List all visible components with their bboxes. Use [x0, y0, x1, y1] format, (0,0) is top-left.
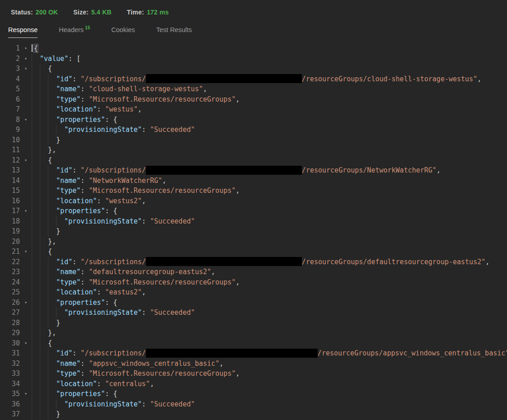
code-line-content: "name": "defaultresourcegroup-eastus2", [32, 267, 215, 277]
code-token: : [142, 400, 150, 408]
code-line[interactable]: 12▾{ [0, 155, 507, 166]
line-number: 12 [0, 155, 20, 166]
fold-arrow-icon[interactable]: ▾ [20, 115, 32, 125]
code-line[interactable]: 30▾{ [0, 338, 507, 349]
code-line[interactable]: 19} [0, 226, 507, 237]
code-line[interactable]: 18"provisioningState": "Succeeded" [0, 216, 507, 227]
indent-guides [32, 216, 64, 227]
code-line-content: "location": "westus", [32, 104, 142, 115]
code-line[interactable]: 13"id": "/subscriptions//resourceGroups/… [0, 165, 507, 176]
code-line[interactable]: 36"provisioningState": "Succeeded" [0, 399, 507, 410]
code-line[interactable]: 27"provisioningState": "Succeeded" [0, 308, 507, 318]
indent-guides [32, 186, 56, 196]
line-number: 29 [0, 328, 20, 338]
code-line[interactable]: 31"id": "/subscriptions//resourceGroups/… [0, 348, 507, 359]
code-token: "type" [56, 187, 80, 195]
code-line[interactable]: 9"provisioningState": "Succeeded" [0, 125, 507, 135]
code-token: "properties" [56, 390, 105, 398]
code-token: "type" [56, 369, 80, 378]
code-line[interactable]: 21▾{ [0, 247, 507, 257]
code-token: "/subscriptions/ [80, 349, 146, 357]
tab-test-results[interactable]: Test Results [156, 26, 192, 38]
code-token: , [150, 380, 154, 388]
code-token: }, [48, 146, 56, 154]
line-number: 3 [0, 64, 20, 74]
code-token: : { [105, 207, 117, 215]
code-token: : [80, 359, 89, 368]
fold-arrow-icon[interactable]: ▾ [20, 54, 32, 64]
code-line[interactable]: 20}, [0, 237, 507, 247]
code-line-content: "properties": { [32, 115, 117, 125]
fold-arrow-icon[interactable]: ▾ [20, 64, 32, 74]
code-token: : [72, 75, 80, 83]
code-line[interactable]: 17▾"properties": { [0, 206, 507, 216]
code-line-content: } [32, 318, 60, 328]
code-token: "cloud-shell-storage-westus" [89, 85, 203, 93]
code-line-content: { [32, 64, 52, 74]
code-line[interactable]: 35▾"properties": { [0, 389, 507, 399]
code-token: : { [105, 116, 117, 124]
code-line[interactable]: 4"id": "/subscriptions//resourceGroups/c… [0, 74, 507, 84]
code-line[interactable]: 3▾{ [0, 64, 507, 74]
code-line[interactable]: 26▾"properties": { [0, 298, 507, 308]
code-line[interactable]: 29}, [0, 328, 507, 338]
code-line[interactable]: 23"name": "defaultresourcegroup-eastus2"… [0, 267, 507, 277]
code-token: , [477, 75, 481, 83]
code-line[interactable]: 15"type": "Microsoft.Resources/resourceG… [0, 186, 507, 196]
tab-headers[interactable]: Headers15 [59, 25, 90, 38]
fold-arrow-icon[interactable]: ▾ [20, 389, 32, 399]
code-line-content: "properties": { [32, 389, 117, 399]
fold-arrow-icon[interactable]: ▾ [20, 298, 32, 308]
fold-arrow-icon[interactable]: ▾ [20, 155, 32, 166]
code-line[interactable]: 14"name": "NetworkWatcherRG", [0, 176, 507, 186]
code-line[interactable]: 16"location": "westus2", [0, 196, 507, 206]
code-line[interactable]: 5"name": "cloud-shell-storage-westus", [0, 84, 507, 94]
fold-gutter [20, 287, 32, 298]
code-token: { [48, 65, 52, 73]
code-line[interactable]: 6"type": "Microsoft.Resources/resourceGr… [0, 94, 507, 105]
line-number: 9 [0, 125, 20, 135]
code-line[interactable]: 11}, [0, 145, 507, 155]
code-line[interactable]: 34"location": "centralus", [0, 379, 507, 389]
tab-cookies[interactable]: Cookies [111, 26, 135, 38]
code-line[interactable]: 10} [0, 135, 507, 145]
line-number: 32 [0, 359, 20, 369]
fold-arrow-icon[interactable]: ▾ [20, 338, 32, 349]
code-token: : [97, 197, 105, 205]
code-line[interactable]: 8▾"properties": { [0, 115, 507, 125]
fold-gutter [20, 257, 32, 267]
fold-arrow-icon[interactable]: ▾ [20, 43, 32, 54]
code-line[interactable]: 1▾{ [0, 43, 507, 54]
code-line[interactable]: 32"name": "appsvc_windows_centralus_basi… [0, 359, 507, 369]
code-line-content: }, [32, 237, 56, 247]
code-token: "westus2" [105, 197, 142, 205]
tab-response[interactable]: Response [8, 26, 38, 38]
code-line[interactable]: 37} [0, 409, 507, 420]
code-token: : [80, 187, 89, 195]
code-token: : [80, 177, 89, 185]
line-number: 15 [0, 186, 20, 196]
code-token: } [56, 410, 60, 418]
indent-guides [32, 257, 56, 267]
code-line[interactable]: 22"id": "/subscriptions//resourceGroups/… [0, 257, 507, 267]
indent-guides [32, 369, 56, 379]
code-line[interactable]: 2▾"value": [ [0, 54, 507, 64]
fold-gutter [20, 277, 32, 288]
response-size: Size:5.4 KB [73, 9, 111, 16]
code-line-content: "provisioningState": "Succeeded" [32, 399, 195, 410]
text-cursor [32, 44, 33, 52]
indent-guides [32, 379, 56, 389]
code-line[interactable]: 33"type": "Microsoft.Resources/resourceG… [0, 369, 507, 379]
code-line[interactable]: 28} [0, 318, 507, 328]
code-editor[interactable]: 1▾{2▾"value": [3▾{4"id": "/subscriptions… [0, 43, 507, 420]
code-line[interactable]: 7"location": "westus", [0, 104, 507, 115]
code-line[interactable]: 24"type": "Microsoft.Resources/resourceG… [0, 277, 507, 288]
fold-arrow-icon[interactable]: ▾ [20, 247, 32, 257]
code-line-content: "provisioningState": "Succeeded" [32, 216, 195, 227]
code-token: } [56, 319, 60, 327]
code-line[interactable]: 25"location": "eastus2", [0, 287, 507, 298]
fold-gutter [20, 165, 32, 176]
code-token: "NetworkWatcherRG" [89, 177, 162, 185]
fold-arrow-icon[interactable]: ▾ [20, 206, 32, 216]
code-token: : [80, 95, 89, 103]
